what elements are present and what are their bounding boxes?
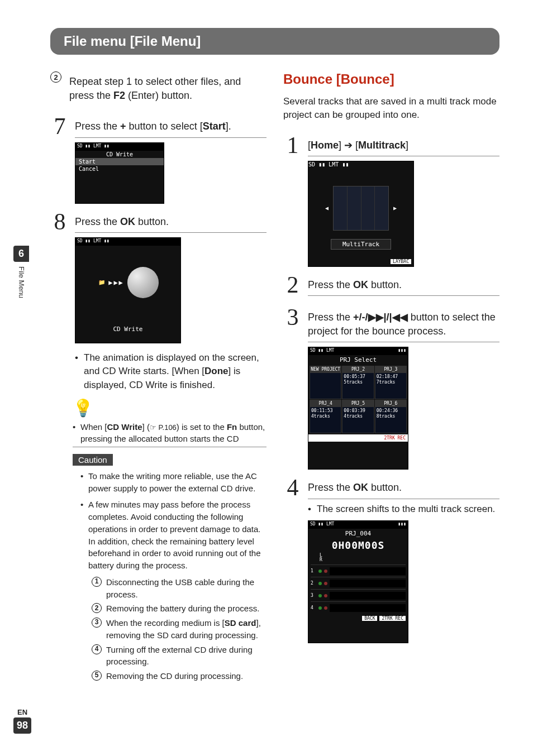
back-button: BACK [362, 616, 377, 621]
screen-statusbar: SD ▮▮ LMT▮▮▮ [308, 521, 408, 529]
step-3-text: Press the +/-/▶▶|/|◀◀ button to select t… [308, 307, 499, 342]
cd-icon [127, 267, 159, 298]
chapter-badge: 6 [13, 246, 29, 262]
screen-label: CD Write [75, 326, 180, 333]
step-2-text: Press the OK button. [308, 275, 499, 296]
step-8: 8 Press the OK button. [50, 212, 266, 233]
prj-cell-5: PRJ_500:03:394tracks [342, 400, 374, 433]
right-column: Bounce [Bounce] Several tracks that are … [283, 71, 499, 685]
step-7-text: Press the + button to select [Start]. [75, 116, 266, 137]
track-row: 4 [311, 601, 406, 614]
op-3: 3When the recording medium is [SD card],… [92, 617, 266, 642]
animation-note: The animation is displayed on the screen… [75, 351, 266, 393]
device-screen-cdwrite-progress: SD ▮▮ LMT ▮▮ 📁 ▶▶▶ CD Write [75, 237, 181, 343]
caution-ac-power: To make the writing more reliable, use t… [80, 470, 266, 495]
step-8-number: 8 [50, 212, 69, 233]
side-tabs: 6 File Menu [13, 246, 29, 300]
bounce-title: Bounce [Bounce] [283, 71, 499, 87]
op-4: 4Turning off the external CD drive durin… [92, 644, 266, 668]
page-number: 98 [13, 717, 31, 734]
multitrack-label: MultiTrack [331, 239, 391, 250]
page-footer: EN 98 [13, 708, 31, 734]
step-4-number: 4 [283, 477, 302, 499]
step-3-number: 3 [283, 307, 302, 328]
lang-label: EN [13, 708, 31, 716]
prj-cell-4: PRJ_400:11:534tracks [310, 400, 341, 433]
step-7-number: 7 [50, 116, 69, 137]
screen-statusbar: SD ▮▮ LMT▮▮▮ [308, 347, 408, 355]
menu-item-cancel: Cancel [75, 165, 164, 173]
step-2-number: 2 [283, 275, 302, 296]
screen-statusbar: SD ▮▮ LMT ▮▮ [308, 161, 413, 168]
step-8-text: Press the OK button. [75, 212, 266, 233]
bounce-step-4: 4 Press the OK button. [283, 477, 499, 499]
caution-label: Caution [73, 454, 113, 466]
chevron-left-icon: ◀ [325, 205, 329, 211]
layback-label: LAYBAC [391, 259, 411, 264]
device-screen-multitrack-home: SD ▮▮ LMT ▮▮ ◀ ▶ MultiTrack LAYBAC [308, 161, 414, 267]
chevron-right-icon: ▶ [393, 205, 397, 211]
lr-label: LR [308, 552, 408, 563]
bounce-step-1: 1 [Home] ➔ [Multitrack] [283, 135, 499, 156]
step-4-text: Press the OK button. [308, 477, 499, 499]
bounce-intro: Several tracks that are saved in a multi… [283, 95, 499, 122]
prj-cell-6: PRJ_600:24:368tracks [375, 400, 407, 433]
track-footer: BACK 2TRK REC [308, 615, 408, 622]
section-name-vertical: File Menu [17, 266, 26, 298]
screen-statusbar: SD ▮▮ LMT ▮▮ [75, 238, 180, 246]
track-row: 2 [311, 577, 406, 589]
tip-cdwrite-fn: When [CD Write] (☞ P.106) is set to the … [73, 421, 266, 444]
circled-2: 2 [50, 71, 61, 83]
step-7: 7 Press the + button to select [Start]. [50, 116, 266, 137]
menu-item-start: Start [75, 158, 164, 165]
prj-select-title: PRJ Select [308, 355, 408, 365]
track-row: 3 [311, 589, 406, 601]
left-column: 2 Repeat step 1 to select other files, a… [50, 71, 266, 685]
device-screen-multitrack: SD ▮▮ LMT▮▮▮ PRJ_004 0H00M00S LR 1 2 3 4… [308, 520, 408, 643]
device-screen-prj-select: SD ▮▮ LMT▮▮▮ PRJ Select NEW PROJECT PRJ_… [308, 347, 408, 470]
screen-statusbar: SD ▮▮ LMT ▮▮ [75, 143, 164, 151]
screen-title: CD Write [75, 151, 164, 158]
op-1: 1Disconnecting the USB cable during the … [92, 576, 266, 601]
bounce-step-2: 2 Press the OK button. [283, 275, 499, 296]
tip-icon: 💡 [73, 398, 266, 418]
step-1-text: [Home] ➔ [Multitrack] [308, 135, 499, 156]
bounce-step-3: 3 Press the +/-/▶▶|/|◀◀ button to select… [283, 307, 499, 342]
op-2: 2Removing the battery during the process… [92, 602, 266, 615]
device-screen-cdwrite-menu: SD ▮▮ LMT ▮▮ CD Write Start Cancel [75, 142, 164, 204]
op-5: 5Removing the CD during processing. [92, 670, 266, 682]
prj-cell-new: NEW PROJECT [310, 366, 341, 399]
arrow-icon: ▶▶▶ [108, 279, 124, 286]
track-row: 1 [311, 564, 406, 577]
step-4-bullet: The screen shifts to the multi track scr… [308, 503, 499, 516]
prj-cell-2: PRJ_200:05:375tracks [342, 366, 374, 399]
prj-footer: 2TRK REC [308, 434, 408, 442]
prj-cell-3: PRJ_302:18:477tracks [375, 366, 407, 399]
caution-avoid-ops: A few minutes may pass before the proces… [80, 499, 266, 572]
step-1-number: 1 [283, 135, 302, 156]
divider [73, 447, 266, 447]
prj-grid: NEW PROJECT PRJ_200:05:375tracks PRJ_302… [308, 365, 408, 434]
step-2-repeat: 2 Repeat step 1 to select other files, a… [50, 71, 266, 103]
folder-icon: 📁 [98, 279, 105, 285]
rec-button: 2TRK REC [379, 616, 406, 621]
track-title: PRJ_004 [308, 529, 408, 538]
timecode: 0H00M00S [308, 538, 408, 552]
page-title: File menu [File Menu] [50, 28, 499, 55]
step-2-text: Repeat step 1 to select other files, and… [69, 71, 266, 103]
